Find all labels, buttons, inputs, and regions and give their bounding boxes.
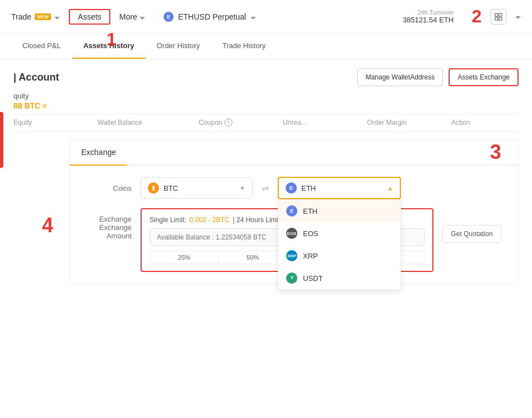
dropdown-item-xrp[interactable]: XRP XRP xyxy=(278,245,400,267)
equity-section: quity 88 BTC ≈ xyxy=(13,92,519,110)
tab-order-history[interactable]: Order History xyxy=(146,34,211,59)
tab-trade-history[interactable]: Trade History xyxy=(211,34,277,59)
eth-coin-icon-selected: E xyxy=(286,182,297,194)
eos-dropdown-icon: EOS xyxy=(286,228,297,239)
exchange-form: Coins ₿ BTC ▼ ⇌ E ETH ▲ xyxy=(70,166,518,283)
eth-select-chevron-up-icon: ▲ xyxy=(388,185,393,191)
turnover-value: 385121.54 ETH xyxy=(403,16,454,24)
nav-divider xyxy=(154,11,155,22)
col-wallet-balance: Wallet Balance xyxy=(97,119,198,126)
xrp-dropdown-icon: XRP xyxy=(286,250,297,261)
eth-selected-label: ETH xyxy=(301,184,383,192)
sub-tabs: Closed P&L Assets History Order History … xyxy=(0,34,532,59)
dropdown-item-usdt[interactable]: ₮ USDT xyxy=(278,267,400,289)
equity-value: 88 BTC ≈ xyxy=(13,101,519,110)
nav-eth-perpetual[interactable]: E ETHUSD Perpetual xyxy=(164,12,256,22)
coins-row: Coins ₿ BTC ▼ ⇌ E ETH ▲ xyxy=(87,177,501,199)
btc-select-chevron-icon: ▼ xyxy=(240,185,245,191)
eth-select-btn[interactable]: E ETH ▲ xyxy=(278,177,401,199)
exchange-label: Exchange xyxy=(87,215,132,223)
usdt-dropdown-icon: ₮ xyxy=(286,273,297,284)
eth-dropdown-icon: E xyxy=(286,205,297,217)
exchange-amount-label-col: Exchange Exchange Amount xyxy=(87,208,132,240)
coins-label: Coins xyxy=(87,184,132,192)
eth-select-container: E ETH ▲ E ETH EOS EOS xyxy=(278,177,401,199)
btc-select[interactable]: ₿ BTC ▼ xyxy=(141,177,253,199)
turnover-section: 24h Turnover 385121.54 ETH xyxy=(403,9,454,24)
nav-more[interactable]: More xyxy=(119,12,145,21)
btc-coin-icon: ₿ xyxy=(148,182,159,194)
col-order-margin: Order Margin xyxy=(367,119,451,126)
eth-dropdown-label: ETH xyxy=(303,207,318,215)
more-label: More xyxy=(119,12,137,21)
single-limit-label: Single Limit: xyxy=(150,216,186,224)
account-title: | Account xyxy=(13,72,59,83)
annotation-1: 1 xyxy=(106,29,116,50)
exchange-arrows-icon: ⇌ xyxy=(262,183,269,194)
new-badge: NEW xyxy=(35,13,51,20)
annotation-3: 3 xyxy=(490,140,518,164)
assets-exchange-button[interactable]: Assets Exchange xyxy=(449,68,519,86)
usdt-dropdown-label: USDT xyxy=(303,274,323,283)
table-header: Equity Wallet Balance Coupon ? Unrea... … xyxy=(13,114,519,131)
assets-label: Assets xyxy=(78,12,101,21)
exchange-panel: Exchange 3 Coins ₿ BTC ▼ ⇌ E xyxy=(69,139,519,284)
svg-rect-3 xyxy=(499,17,502,20)
svg-rect-1 xyxy=(499,13,502,16)
turnover-label: 24h Turnover xyxy=(417,9,454,16)
perpetual-chevron-icon xyxy=(250,12,256,21)
nav-grid-icon[interactable] xyxy=(491,9,506,25)
account-header: | Account Manage WalletAddress Assets Ex… xyxy=(13,68,519,86)
more-chevron-icon xyxy=(139,12,145,21)
svg-rect-2 xyxy=(495,17,498,20)
annotation-2: 2 xyxy=(472,6,482,27)
pct-25-button[interactable]: 25% xyxy=(150,251,219,264)
pct-50-button[interactable]: 50% xyxy=(219,251,288,264)
equity-label: quity xyxy=(13,92,519,100)
header-buttons: Manage WalletAddress Assets Exchange xyxy=(357,68,519,86)
trade-label: Trade xyxy=(11,12,31,21)
eth-dropdown: E ETH EOS EOS XRP XRP ₮ xyxy=(278,199,401,290)
single-limit-value: 0.002 - 2BTC xyxy=(189,216,229,224)
dropdown-item-eth[interactable]: E ETH xyxy=(278,200,400,222)
top-nav: Trade NEW Assets 1 More E ETHUSD Perpetu… xyxy=(0,0,532,34)
eth-icon: E xyxy=(164,12,174,22)
dropdown-item-eos[interactable]: EOS EOS xyxy=(278,222,400,245)
col-coupon: Coupon ? xyxy=(199,119,283,126)
nav-assets[interactable]: Assets xyxy=(69,9,110,25)
svg-rect-0 xyxy=(495,13,498,16)
tab-exchange[interactable]: Exchange xyxy=(70,140,127,166)
get-quotation-button[interactable]: Get Quotation xyxy=(442,225,501,243)
trade-chevron-icon xyxy=(54,12,60,21)
eth-perpetual-label: ETHUSD Perpetual xyxy=(178,12,246,21)
main-content: | Account Manage WalletAddress Assets Ex… xyxy=(0,59,532,293)
xrp-dropdown-label: XRP xyxy=(303,252,318,260)
col-action: Action xyxy=(451,119,519,126)
tab-closed-pl[interactable]: Closed P&L xyxy=(11,34,72,59)
btc-label: BTC xyxy=(164,184,235,192)
col-unrealized: Unrea... xyxy=(283,119,367,126)
nav-trade[interactable]: Trade NEW xyxy=(11,12,60,21)
hours-limit-label: | 24 Hours Limit: xyxy=(233,216,282,224)
col-equity: Equity xyxy=(13,119,97,126)
nav-expand-chevron-icon[interactable] xyxy=(515,12,521,21)
coupon-info-icon: ? xyxy=(225,119,232,126)
get-quotation-col: Get Quotation xyxy=(442,208,501,243)
left-edge-bar xyxy=(0,112,3,168)
annotation-4: 4 xyxy=(42,214,53,237)
manage-wallet-button[interactable]: Manage WalletAddress xyxy=(357,68,444,86)
eos-dropdown-label: EOS xyxy=(303,229,318,238)
exchange-amount-label: Exchange Amount xyxy=(99,223,132,240)
exchange-tab-bar: Exchange 3 xyxy=(70,140,518,166)
